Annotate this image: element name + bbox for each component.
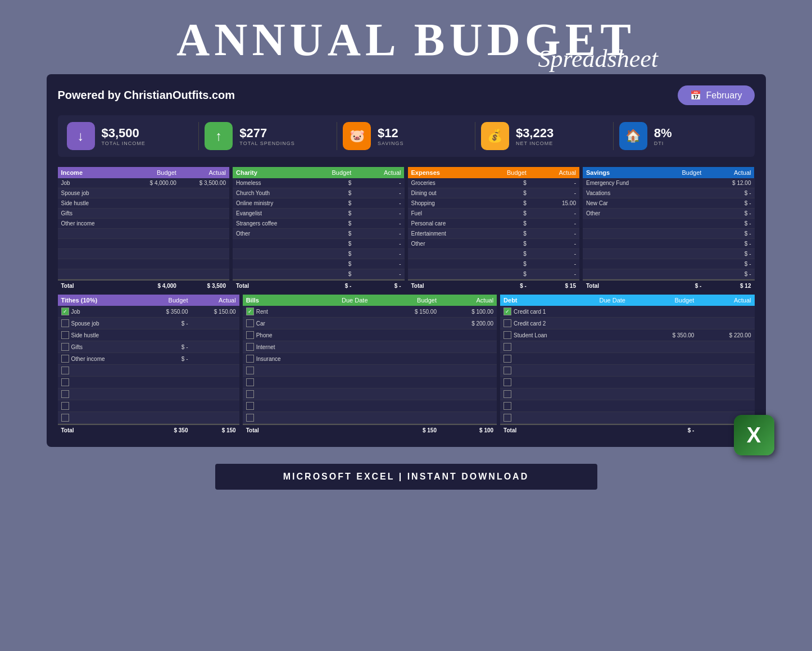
savings-total-row: Total $ - $ 12 xyxy=(583,279,755,291)
savings-row-8: $ - xyxy=(583,249,755,259)
expenses-total-row: Total $ - $ 15 xyxy=(408,279,580,291)
bills-actual-col-header: Actual xyxy=(440,295,497,306)
debt-row-8 xyxy=(500,388,754,400)
expenses-row-2: Dining out$- xyxy=(408,188,580,198)
bills-total-row: Total $ 150 $ 100 xyxy=(243,424,497,436)
net-income-value: $3,223 xyxy=(516,126,554,141)
charity-row-3: Online ministry$- xyxy=(233,198,405,209)
charity-row-1: Homeless$- xyxy=(233,178,405,188)
savings-header: Savings xyxy=(583,167,655,178)
expenses-row-6: Entertainment$- xyxy=(408,229,580,239)
tithes-actual-col-header: Actual xyxy=(191,295,239,306)
tithes-row-2: Spouse job $ - xyxy=(58,318,239,329)
bottom-tables-row: Tithes (10%) Budget Actual ✓Job $ 350.00… xyxy=(58,295,755,436)
tithes-row-10 xyxy=(58,412,239,424)
total-income-value: $3,500 xyxy=(102,126,146,141)
charity-table: Charity Budget Actual Homeless$- Church … xyxy=(233,167,405,291)
income-row-10 xyxy=(58,269,230,279)
charity-row-4: Evangelist$- xyxy=(233,209,405,219)
charity-row-8: $- xyxy=(233,249,405,259)
bills-row-3: Phone xyxy=(243,329,497,341)
debt-total-row: Total $ - xyxy=(500,424,754,436)
income-row-8 xyxy=(58,249,230,259)
savings-row-5: $ - xyxy=(583,219,755,229)
income-row-9 xyxy=(58,259,230,269)
footer-banner: MICROSOFT EXCEL | INSTANT DOWNLOAD xyxy=(215,464,597,490)
tithes-row-4: Gifts $ - xyxy=(58,341,239,353)
month-label: February xyxy=(706,91,742,101)
debt-row-1: ✓Credit card 1 xyxy=(500,306,754,318)
excel-badge: X xyxy=(734,415,774,455)
total-spendings-label: TOTAL SPENDINGS xyxy=(239,141,294,146)
tithes-row-5: Other income $ - xyxy=(58,353,239,365)
expenses-row-7: Other$- xyxy=(408,239,580,249)
tithes-row-8 xyxy=(58,388,239,400)
charity-actual-col-header: Actual xyxy=(355,167,404,178)
top-tables-row: Income Budget Actual Job $ 4,000.00 $ 3,… xyxy=(58,167,755,291)
income-icon: ↓ xyxy=(67,122,95,150)
charity-row-7: $- xyxy=(233,239,405,249)
debt-row-3: Student Loan $ 350.00 $ 220.00 xyxy=(500,329,754,341)
excel-icon: X xyxy=(734,415,774,455)
expenses-header: Expenses xyxy=(408,167,480,178)
expenses-budget-col-header: Budget xyxy=(480,167,530,178)
debt-row-5 xyxy=(500,353,754,365)
income-budget-col-header: Budget xyxy=(130,167,180,178)
powered-by-label: Powered by ChristianOutfits.com xyxy=(58,89,235,102)
debt-row-2: Credit card 2 xyxy=(500,318,754,329)
savings-table: Savings Budget Actual Emergency Fund$ 12… xyxy=(583,167,755,291)
sub-title: Spreadsheet xyxy=(538,44,658,73)
charity-total-row: Total $ - $ - xyxy=(233,279,405,291)
charity-header: Charity xyxy=(233,167,305,178)
debt-row-6 xyxy=(500,365,754,377)
bills-duedate-col-header: Due Date xyxy=(326,295,383,306)
savings-row-7: $ - xyxy=(583,239,755,249)
charity-row-2: Church Youth$- xyxy=(233,188,405,198)
charity-row-10: $- xyxy=(233,269,405,279)
savings-label: SAVINGS xyxy=(378,141,403,146)
expenses-row-5: Personal care$- xyxy=(408,219,580,229)
debt-header: Debt xyxy=(500,295,584,306)
stat-net-income: 💰 $3,223 NET INCOME xyxy=(481,122,607,150)
savings-actual-col-header: Actual xyxy=(705,167,754,178)
expenses-row-4: Fuel$- xyxy=(408,209,580,219)
savings-row-6: $ - xyxy=(583,229,755,239)
expenses-table: Expenses Budget Actual Groceries$- Dinin… xyxy=(408,167,580,291)
savings-value: $12 xyxy=(378,126,403,141)
bills-table: Bills Due Date Budget Actual ✓Rent $ 150… xyxy=(243,295,497,436)
bills-row-5: Insurance xyxy=(243,353,497,365)
income-row-6 xyxy=(58,229,230,239)
debt-budget-col-header: Budget xyxy=(641,295,697,306)
debt-row-10 xyxy=(500,412,754,424)
charity-row-5: Strangers coffee$- xyxy=(233,219,405,229)
expenses-row-9: $- xyxy=(408,259,580,269)
expenses-row-3: Shopping$15.00 xyxy=(408,198,580,209)
dti-label: DTI xyxy=(654,141,672,146)
debt-row-7 xyxy=(500,377,754,388)
savings-row-1: Emergency Fund$ 12.00 xyxy=(583,178,755,188)
savings-row-2: Vacations$ - xyxy=(583,188,755,198)
tithes-row-1: ✓Job $ 350.00 $ 150.00 xyxy=(58,306,239,318)
expenses-row-10: $- xyxy=(408,269,580,279)
expenses-row-8: $- xyxy=(408,249,580,259)
income-row-5: Other income xyxy=(58,219,230,229)
stat-spendings: ↑ $277 TOTAL SPENDINGS xyxy=(205,122,331,150)
savings-row-10: $ - xyxy=(583,269,755,279)
savings-row-4: Other$ - xyxy=(583,209,755,219)
savings-row-9: $ - xyxy=(583,259,755,269)
tithes-row-6 xyxy=(58,365,239,377)
dti-icon: 🏠 xyxy=(619,122,647,150)
dti-value: 8% xyxy=(654,126,672,141)
debt-table: Debt Due Date Budget Actual ✓Credit card… xyxy=(500,295,754,436)
savings-icon: 🐷 xyxy=(343,122,371,150)
month-badge[interactable]: 📅 February xyxy=(678,85,754,105)
income-row-4: Gifts xyxy=(58,209,230,219)
net-income-icon: 💰 xyxy=(481,122,509,150)
stat-savings: 🐷 $12 SAVINGS xyxy=(343,122,469,150)
expenses-actual-col-header: Actual xyxy=(530,167,579,178)
bills-row-7 xyxy=(243,377,497,388)
footer-text: MICROSOFT EXCEL | INSTANT DOWNLOAD xyxy=(283,472,529,481)
calendar-icon: 📅 xyxy=(690,90,701,101)
debt-duedate-col-header: Due Date xyxy=(584,295,641,306)
bills-row-10 xyxy=(243,412,497,424)
